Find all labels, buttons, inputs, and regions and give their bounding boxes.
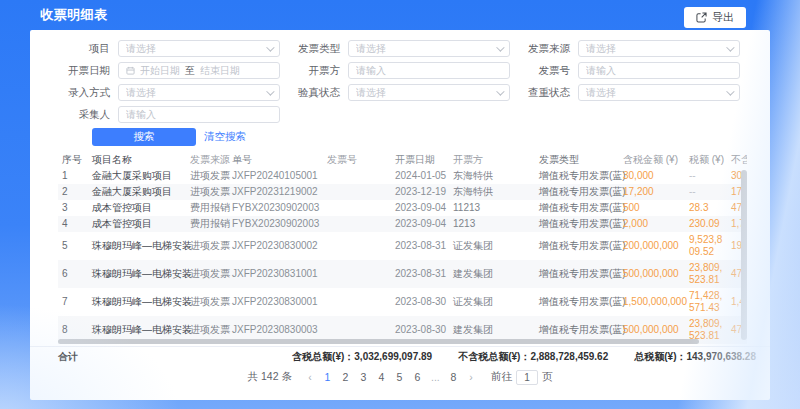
cell: 金融大厦采购项目 [88,184,186,200]
cell: 23,809,523.81 [685,260,727,288]
table-row: 4成本管控项目费用报销FYBX202309020032023-09-041213… [58,216,747,232]
cell: 进项发票 [186,288,228,316]
filter-invoice-type: 发票类型 请选择 [286,40,510,57]
filter-invoice-source: 发票来源 请选择 [516,40,740,57]
verify-status-placeholder: 请选择 [356,86,496,100]
cell: 3 [58,200,88,216]
cell: 东海特供 [449,184,535,200]
date-start-placeholder: 开始日期 [140,64,180,78]
invoice-source-select[interactable]: 请选择 [578,40,740,57]
page-number[interactable]: 8 [446,371,461,383]
export-icon [696,12,707,23]
filter-row-4: 采集人 [30,106,770,123]
cell: 200,000,000 [619,232,685,260]
cell: -- [685,184,727,200]
page-title: 收票明细表 [40,0,108,30]
cell [323,200,391,216]
chevron-down-icon [266,43,274,51]
entry-method-select[interactable]: 请选择 [118,84,280,101]
cell: 建发集团 [449,260,535,288]
cell: 11213 [449,200,535,216]
invoice-no-input[interactable] [578,62,740,79]
chevron-down-icon [496,43,504,51]
chevron-down-icon [726,87,734,95]
column-header: 序号 [58,151,88,168]
verify-status-select[interactable]: 请选择 [348,84,510,101]
totals-label: 合计 [58,350,78,364]
filter-row-2: 开票日期 开始日期 至 结束日期 开票方 发票号 [30,62,770,79]
cell: JXFP20231219002 [228,184,323,200]
collector-input[interactable] [118,106,280,123]
cell: 进项发票 [186,232,228,260]
export-button[interactable]: 导出 [684,7,746,28]
cell: 进项发票 [186,260,228,288]
cell: 金融大厦采购项目 [88,168,186,184]
page-ellipsis: ... [428,371,443,383]
page-number[interactable]: 5 [392,371,407,383]
invoice-type-select[interactable]: 请选择 [348,40,510,57]
cell: 2023-08-30 [391,288,449,316]
goto-page-input[interactable] [516,370,538,385]
prev-page-icon[interactable]: ‹ [303,371,317,383]
filter-dup-status: 查重状态 请选择 [516,84,740,101]
cell: 2 [58,184,88,200]
cell: 费用报销 [186,200,228,216]
cell: 费用报销 [186,216,228,232]
cell: 17,200 [619,184,685,200]
cell: 2024-01-05 [391,168,449,184]
cell: 9,523,809.52 [685,232,727,260]
cell: 珠穆朗玛峰—电梯安装 [88,260,186,288]
cell: 28.3 [685,200,727,216]
vertical-scrollbar[interactable] [741,170,747,340]
issuer-input[interactable] [348,62,510,79]
table-row: 3成本管控项目费用报销FYBX202309020032023-09-041121… [58,200,747,216]
cell: 5 [58,232,88,260]
chevron-down-icon [266,87,274,95]
cell: 证发集团 [449,232,535,260]
pagination: 共 142 条 ‹ 123456...8 › 前往 页 [30,366,770,388]
column-header: 开票方 [449,151,535,168]
tax-amount-total: 总税额(¥)：143,970,638.28 [634,350,756,364]
next-page-icon[interactable]: › [464,371,478,383]
cell: 71,428,571.43 [685,288,727,316]
column-header: 开票日期 [391,151,449,168]
filter-entry-method: 录入方式 请选择 [56,84,280,101]
horizontal-scrollbar[interactable] [58,339,699,344]
cell: 4 [58,216,88,232]
column-header: 发票来源 [186,151,228,168]
cell [323,288,391,316]
collector-label: 采集人 [56,108,110,122]
cell: 2023-08-31 [391,232,449,260]
page-number[interactable]: 2 [338,371,353,383]
filter-row-1: 项目 请选择 发票类型 请选择 发票来源 请选择 [30,40,770,57]
table-row: 2金融大厦采购项目进项发票JXFP202312190022023-12-19东海… [58,184,747,200]
totals-row: 合计 含税总额(¥)：3,032,699,097.89 不含税总额(¥)：2,8… [30,346,770,366]
cell: 增值税专用发票(蓝) [535,216,619,232]
filter-project: 项目 请选择 [56,40,280,57]
verify-status-label: 验真状态 [286,86,340,100]
filter-actions: 搜索 清空搜索 [30,128,770,146]
cell: 7 [58,288,88,316]
page-number[interactable]: 4 [374,371,389,383]
cell: 500,000,000 [619,260,685,288]
column-header: 项目名称 [88,151,186,168]
page-number[interactable]: 3 [356,371,371,383]
cell: 证发集团 [449,288,535,316]
cell: 2023-09-04 [391,216,449,232]
dup-status-select[interactable]: 请选择 [578,84,740,101]
cell: 2023-09-04 [391,200,449,216]
entry-method-label: 录入方式 [56,86,110,100]
page-list: 123456...8 [320,371,461,383]
clear-search-button[interactable]: 清空搜索 [204,130,246,144]
search-button[interactable]: 搜索 [92,128,196,146]
filter-row-3: 录入方式 请选择 验真状态 请选择 查重状态 请选择 [30,84,770,101]
page-number[interactable]: 1 [320,371,335,383]
table-header-row: 序号项目名称发票来源单号发票号开票日期开票方发票类型含税金额 (¥)税额 (¥)… [58,151,747,168]
project-select[interactable]: 请选择 [118,40,280,57]
table-row: 6珠穆朗玛峰—电梯安装进项发票JXFP202308310012023-08-31… [58,260,747,288]
invoice-date-range[interactable]: 开始日期 至 结束日期 [118,62,280,79]
cell: 1 [58,168,88,184]
page-number[interactable]: 6 [410,371,425,383]
cell: 珠穆朗玛峰—电梯安装 [88,288,186,316]
table-body: 1金融大厦采购项目进项发票JXFP202401050012024-01-05东海… [58,168,747,344]
